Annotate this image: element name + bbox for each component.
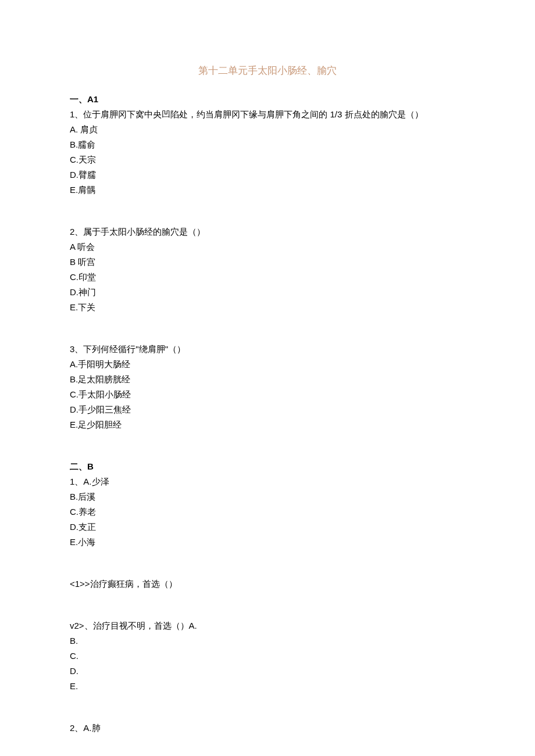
option-d: D.手少阳三焦经 <box>70 403 465 417</box>
question-text: 3、下列何经循行"绕肩胛"（） <box>70 342 465 356</box>
option-d: D.臂臑 <box>70 168 465 182</box>
question-text: 2、属于手太阳小肠经的腧穴是（） <box>70 225 465 239</box>
option-c: C. <box>70 649 465 663</box>
question-block: 1、A.少泽 B.后溪 C.养老 D.支正 E.小海 <box>70 475 465 549</box>
option-c: C.天宗 <box>70 153 465 167</box>
question-block: 1、位于肩胛冈下窝中央凹陷处，约当肩胛冈下缘与肩胛下角之间的 1/3 折点处的腧… <box>70 108 465 197</box>
option-e: E.小海 <box>70 535 465 549</box>
option-a: A 听会 <box>70 240 465 254</box>
question-block: 2、A.肺 <box>70 721 465 735</box>
sub-question-text: v2>、治疗目视不明，首选（）A. <box>70 619 465 633</box>
sub-question: <1>>治疗癫狂病，首选（） <box>70 577 465 591</box>
option-c: C.养老 <box>70 505 465 519</box>
option-b: B.足太阳膀胱经 <box>70 372 465 386</box>
section-a-header: 一、A1 <box>70 92 465 106</box>
page-title: 第十二单元手太阳小肠经、腧穴 <box>70 63 465 78</box>
question-block: 2、属于手太阳小肠经的腧穴是（） A 听会 B 听宫 C.印堂 D.神门 E.下… <box>70 225 465 314</box>
option-e: E.足少阳胆经 <box>70 418 465 432</box>
option-c: C.手太阳小肠经 <box>70 388 465 402</box>
sub-question-text: <1>>治疗癫狂病，首选（） <box>70 577 465 591</box>
option-b: B.臑俞 <box>70 138 465 152</box>
option-e: E.下关 <box>70 300 465 314</box>
option-a: A. 肩贞 <box>70 123 465 137</box>
option-d: D.支正 <box>70 520 465 534</box>
option-b: B 听宫 <box>70 255 465 269</box>
option-c: C.印堂 <box>70 270 465 284</box>
option-d: D.神门 <box>70 285 465 299</box>
sub-question: v2>、治疗目视不明，首选（）A. B. C. D. E. <box>70 619 465 693</box>
question-text: 1、位于肩胛冈下窝中央凹陷处，约当肩胛冈下缘与肩胛下角之间的 1/3 折点处的腧… <box>70 108 465 121</box>
question-text: 1、A.少泽 <box>70 475 465 489</box>
option-b: B. <box>70 634 465 648</box>
option-a: A.手阳明大肠经 <box>70 357 465 371</box>
option-e: E.肩髃 <box>70 183 465 197</box>
option-e: E. <box>70 679 465 693</box>
question-text: 2、A.肺 <box>70 721 465 735</box>
option-d: D. <box>70 664 465 678</box>
option-b: B.后溪 <box>70 490 465 504</box>
question-block: 3、下列何经循行"绕肩胛"（） A.手阳明大肠经 B.足太阳膀胱经 C.手太阳小… <box>70 342 465 432</box>
section-b-header: 二、B <box>70 460 465 474</box>
